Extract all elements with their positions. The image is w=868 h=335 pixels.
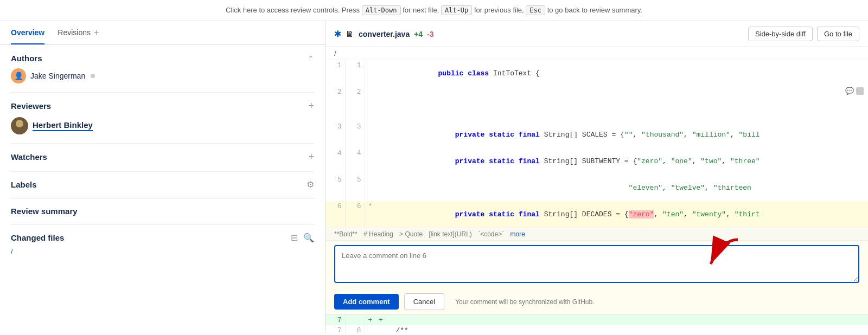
comment-input[interactable] [334,245,859,283]
divider-1 [11,92,314,93]
comment-toolbar: **Bold** # Heading > Quote [link text](U… [326,228,868,241]
toolbar-quote[interactable]: > Quote [399,230,423,238]
line-marker [365,121,375,148]
toolbar-heading[interactable]: # Heading [363,230,393,238]
sidebar: Overview Revisions + Authors ⌃ 👤 Jake Si… [0,21,326,333]
main-layout: Overview Revisions + Authors ⌃ 👤 Jake Si… [0,21,868,333]
tab-bar: Overview Revisions + [0,21,325,45]
labels-section: Labels ⚙ [11,179,314,190]
line-num-left: 2 [326,87,345,121]
banner-next-file: for next file, [403,6,439,14]
table-row: 3 3 private static final String[] SCALES… [326,121,868,148]
table-row: 7 + + [326,315,868,325]
key-alt-down: Alt-Down [362,5,401,15]
add-watcher-icon[interactable]: + [308,151,314,163]
table-row: 4 4 private static final String[] SUBTWE… [326,148,868,175]
file-actions: Side-by-side diff Go to file [748,27,859,41]
side-by-side-btn[interactable]: Side-by-side diff [748,27,813,41]
code-table-after: 7 + + 7 8 /** [326,315,868,333]
line-num-right: 5 [345,175,365,201]
code-line: private static final String[] SCALES = {… [375,121,867,148]
add-line-icon[interactable] [856,87,864,95]
line-num-left: 3 [326,121,345,148]
line-marker [365,148,375,175]
comment-footer: Add comment Cancel Your comment will be … [326,289,868,314]
banner-text: Click here to access review controls. Pr… [226,6,360,14]
right-panel: ✱ 🗎 converter.java +4 -3 Side-by-side di… [326,21,868,333]
reviewers-header: Reviewers + [11,100,314,112]
code-table: 1 1 public class IntToText { 2 2 [326,60,868,228]
labels-header: Labels ⚙ [11,179,314,190]
toolbar-bold[interactable]: **Bold** [334,230,358,238]
svg-point-0 [16,120,23,127]
line-num-left: 1 [326,60,345,87]
table-row: 6 6 * private static final String[] DECA… [326,201,868,228]
reviewers-section: Reviewers + Herbert Binkley [11,100,314,134]
comment-bubble-icon[interactable]: 💬 [845,87,854,95]
line-num-left: 5 [326,175,345,201]
changed-files-header: Changed files ⊟ 🔍 [11,233,314,243]
add-revision-icon[interactable]: + [94,28,99,37]
line-num-left: 7 [326,315,345,325]
line-num-left: 7 [326,325,345,333]
line-num-left: 4 [326,148,345,175]
authors-section: Authors ⌃ 👤 Jake Singerman [11,54,314,83]
line-marker [365,325,375,333]
tab-revisions[interactable]: Revisions + [58,21,99,45]
line-marker [365,87,375,121]
code-line: /** [375,325,867,333]
tab-overview[interactable]: Overview [11,22,44,44]
code-area[interactable]: 1 1 public class IntToText { 2 2 [326,60,868,333]
toolbar-link[interactable]: [link text](URL) [429,230,471,238]
watchers-header: Watchers + [11,151,314,163]
file-star-icon: ✱ [334,29,341,39]
line-num-right [345,315,365,325]
watchers-title: Watchers [11,152,47,162]
author-name: Jake Singerman [30,72,85,80]
code-line: + [375,315,867,325]
changed-files-title: Changed files [11,233,64,242]
reviewer-item: Herbert Binkley [11,117,314,134]
table-row: 7 8 /** [326,325,868,333]
cancel-button[interactable]: Cancel [404,293,444,310]
table-row: 2 2 💬 [326,87,868,121]
banner-back-text: to go back to review summary. [547,6,642,14]
review-controls-banner[interactable]: Click here to access review controls. Pr… [0,0,868,21]
sync-note: Your comment will be synchronized with G… [455,298,594,306]
line-num-right: 4 [345,148,365,175]
tree-view-icon[interactable]: ⊟ [291,233,298,243]
avatar: 👤 [11,68,26,83]
labels-settings-icon[interactable]: ⚙ [307,179,314,190]
line-num-right: 1 [345,60,365,87]
go-to-file-btn[interactable]: Go to file [817,27,859,41]
comment-input-wrapper [326,241,868,289]
watchers-section: Watchers + [11,151,314,163]
file-path-item[interactable]: / [11,247,314,255]
toolbar-more[interactable]: more [510,230,525,238]
file-name: converter.java [359,30,410,38]
line-num-right: 3 [345,121,365,148]
line-marker [365,60,375,87]
search-files-icon[interactable]: 🔍 [303,233,314,243]
toolbar-code[interactable]: `<code>` [478,230,504,238]
line-marker: + [365,315,375,325]
file-header: ✱ 🗎 converter.java +4 -3 Side-by-side di… [326,21,868,47]
table-row: 1 1 public class IntToText { [326,60,868,87]
add-comment-button[interactable]: Add comment [334,294,399,310]
code-line: private static final String[] SUBTWENTY … [375,148,867,175]
review-summary-section: Review summary [11,207,314,216]
code-line: public class IntToText { [375,60,867,87]
review-summary-title: Review summary [11,207,78,216]
key-alt-up: Alt-Up [441,5,472,15]
labels-title: Labels [11,180,37,189]
add-reviewer-icon[interactable]: + [308,100,314,112]
authors-collapse-icon[interactable]: ⌃ [308,54,314,63]
changed-files-section: Changed files ⊟ 🔍 / [11,233,314,255]
divider-5 [11,224,314,225]
line-marker [365,175,375,201]
divider-3 [11,171,314,172]
code-line: 💬 [375,87,867,121]
code-line: private static final String[] DECADES = … [375,201,867,228]
svg-point-1 [14,127,25,134]
reviewer-avatar-img [11,117,28,134]
